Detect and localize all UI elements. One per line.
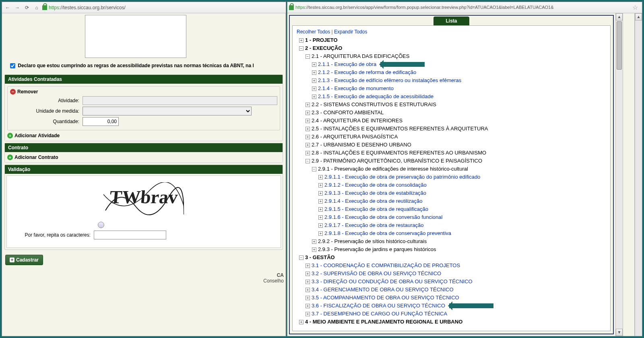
atividade-field[interactable]: [83, 96, 277, 105]
tree-node-2914[interactable]: 2.9.1.4 - Execução de obra de reutilizaç…: [324, 197, 423, 205]
tree-node-35[interactable]: 3.5 - ACOMPANHAMENTO DE OBRA OU SERVIÇO …: [312, 294, 459, 302]
expander-icon[interactable]: −: [299, 256, 303, 260]
expander-icon[interactable]: +: [299, 320, 303, 324]
expander-icon[interactable]: −: [312, 167, 316, 171]
tree-node-3[interactable]: 3 - GESTÃO: [305, 254, 335, 262]
tree-node-32[interactable]: 3.2 - SUPERVISÃO DE OBRA OU SERVIÇO TÉCN…: [312, 270, 441, 278]
expander-icon[interactable]: +: [305, 127, 310, 131]
tree-node-2918[interactable]: 2.9.1.8 - Execução de obra de conservaçã…: [324, 229, 451, 237]
tree-node-293[interactable]: 2.9.3 - Preservação de jardins e parques…: [318, 245, 436, 254]
tree-node-36[interactable]: 3.6 - FISCALIZAÇÃO DE OBRA OU SERVIÇO TÉ…: [312, 302, 445, 310]
expander-icon[interactable]: +: [305, 135, 310, 139]
cadastrar-button[interactable]: + Cadastrar: [5, 255, 43, 265]
tree-node-292[interactable]: 2.9.2 - Preservação de sítios histórico-…: [318, 237, 427, 245]
refresh-captcha-icon[interactable]: [98, 222, 104, 228]
inner-scrollbar[interactable]: ▲ ▼: [615, 13, 623, 336]
scroll-down-icon[interactable]: ▼: [616, 329, 623, 336]
forward-icon[interactable]: →: [13, 4, 21, 12]
tree-node-25[interactable]: 2.5 - INSTALAÇÕES E EQUIPAMENTOS REFEREN…: [312, 125, 488, 133]
back-icon[interactable]: ←: [4, 4, 12, 12]
expander-icon[interactable]: +: [312, 70, 316, 75]
tree-node-34[interactable]: 3.4 - GERENCIAMENTO DE OBRA OU SERVIÇO T…: [312, 286, 454, 294]
tree-node-211[interactable]: 2.1.1 - Execução de obra: [318, 60, 376, 68]
tree-node-2916[interactable]: 2.9.1.6 - Execução de obra de conversão …: [324, 213, 442, 221]
scroll-thumb[interactable]: [617, 21, 622, 70]
tree-node-21[interactable]: 2.1 - ARQUITETURA DAS EDIFICAÇÕES: [312, 52, 409, 60]
tree-node-2917[interactable]: 2.9.1.7 - Execução de obra de restauraçã…: [324, 221, 423, 229]
expander-icon[interactable]: +: [305, 288, 310, 292]
expander-icon[interactable]: +: [305, 264, 310, 268]
tree-node-4[interactable]: 4 - MEIO AMBIENTE E PLANEJAMENTO REGIONA…: [305, 318, 462, 326]
expander-icon[interactable]: +: [305, 304, 310, 308]
expander-icon[interactable]: +: [305, 151, 310, 155]
tree-node-26[interactable]: 2.6 - ARQUITETURA PAISAGÍSTICA: [312, 133, 398, 141]
tree-node-33[interactable]: 3.3 - DIREÇÃO OU CONDUÇÃO DE OBRA OU SER…: [312, 278, 473, 286]
expander-icon[interactable]: +: [318, 215, 323, 220]
url-bar-left[interactable]: https://testes.siccau.org.br/servicos/: [42, 5, 126, 10]
scroll-up-icon[interactable]: ▲: [616, 13, 623, 21]
tree-node-31[interactable]: 3.1 - COORDENAÇÃO E COMPATIBILIZAÇÃO DE …: [312, 262, 460, 270]
tree-node-2[interactable]: 2 - EXECUÇÃO: [305, 44, 342, 52]
tree-node-2912[interactable]: 2.9.1.2 - Execução de obra de consolidaç…: [324, 181, 427, 189]
outer-scrollbar[interactable]: ▲: [635, 13, 642, 336]
lista-tab[interactable]: Lista: [433, 16, 469, 25]
bookmark-star-icon[interactable]: ☆: [632, 4, 639, 11]
home-icon[interactable]: ⌂: [33, 4, 41, 12]
url-bar-right[interactable]: https://testes.siccau.org.br/servicos/ap…: [289, 5, 554, 10]
expander-icon[interactable]: +: [318, 175, 323, 179]
unidade-select[interactable]: [83, 107, 252, 115]
expander-icon[interactable]: +: [305, 103, 310, 107]
expander-icon[interactable]: −: [305, 159, 310, 163]
scroll-up-icon[interactable]: ▲: [635, 13, 642, 21]
expander-icon[interactable]: +: [305, 280, 310, 284]
expander-icon[interactable]: +: [312, 62, 316, 67]
collapse-all-link[interactable]: Recolher Todos: [297, 29, 330, 35]
expander-icon[interactable]: +: [305, 111, 310, 115]
tree-node-1[interactable]: 1 - PROJETO: [305, 36, 338, 44]
tree-node-24[interactable]: 2.4 - ARQUITETURA DE INTERIORES: [312, 117, 402, 125]
expander-icon[interactable]: +: [305, 143, 310, 147]
captcha-input[interactable]: [94, 231, 166, 239]
tree-node-29[interactable]: 2.9 - PATRIMÔNIO ARQUITETÔNICO, URBANÍST…: [312, 157, 482, 165]
add-contract-button[interactable]: + Adicionar Contrato: [7, 155, 58, 160]
tree-node-291[interactable]: 2.9.1 - Preservação de edificações de in…: [318, 165, 468, 173]
expander-icon[interactable]: +: [312, 95, 316, 99]
accessibility-checkbox[interactable]: [10, 63, 15, 68]
tree-node-2911[interactable]: 2.9.1.1 - Execução de obra de preservaçã…: [324, 173, 480, 181]
expander-icon[interactable]: +: [305, 296, 310, 300]
expander-icon[interactable]: +: [312, 87, 316, 91]
expander-icon[interactable]: +: [318, 191, 323, 196]
add-activity-button[interactable]: + Adicionar Atividade: [7, 133, 60, 138]
tree-node-2913[interactable]: 2.9.1.3 - Execução de obra de estabiliza…: [324, 189, 426, 197]
expander-icon[interactable]: +: [312, 239, 316, 244]
tree-node-212[interactable]: 2.1.2 - Execução de reforma de edificaçã…: [318, 68, 416, 76]
accessibility-declaration-label: Declaro que estou cumprindo as regras de…: [18, 63, 254, 68]
textarea-field[interactable]: [85, 15, 186, 58]
expander-icon[interactable]: +: [312, 78, 316, 83]
tree-node-214[interactable]: 2.1.4 - Execução de monumento: [318, 84, 394, 93]
expander-icon[interactable]: +: [318, 231, 323, 236]
expander-icon[interactable]: +: [305, 312, 310, 316]
expander-icon[interactable]: +: [318, 183, 323, 188]
tree-node-22[interactable]: 2.2 - SISTEMAS CONSTRUTIVOS E ESTRUTURAI…: [312, 101, 436, 109]
expand-all-link[interactable]: Expandir Todos: [334, 29, 367, 35]
expander-icon[interactable]: +: [305, 272, 310, 276]
remove-activity-button[interactable]: − Remover: [10, 89, 38, 95]
tree-node-37[interactable]: 3.7 - DESEMPENHO DE CARGO OU FUNÇÃO TÉCN…: [312, 310, 447, 318]
tree-node-28[interactable]: 2.8 - INSTALAÇÕES E EQUIPAMENTOS REFEREN…: [312, 149, 486, 157]
expander-icon[interactable]: −: [305, 54, 310, 59]
expander-icon[interactable]: −: [299, 46, 303, 51]
tree-node-213[interactable]: 2.1.3 - Execução de edifício efêmero ou …: [318, 76, 461, 84]
expander-icon[interactable]: +: [312, 247, 316, 252]
reload-icon[interactable]: ⟳: [23, 4, 31, 12]
expander-icon[interactable]: +: [318, 207, 323, 212]
expander-icon[interactable]: +: [318, 223, 323, 228]
tree-node-27[interactable]: 2.7 - URBANISMO E DESENHO URBANO: [312, 141, 411, 149]
expander-icon[interactable]: +: [318, 199, 323, 204]
tree-node-215[interactable]: 2.1.5 - Execução de adequação de acessib…: [318, 93, 433, 101]
tree-node-23[interactable]: 2.3 - CONFORTO AMBIENTAL: [312, 109, 384, 117]
quantidade-input[interactable]: [83, 117, 119, 126]
expander-icon[interactable]: +: [305, 119, 310, 123]
expander-icon[interactable]: +: [299, 38, 303, 43]
tree-node-2915[interactable]: 2.9.1.5 - Execução de obra de requalific…: [324, 205, 428, 213]
